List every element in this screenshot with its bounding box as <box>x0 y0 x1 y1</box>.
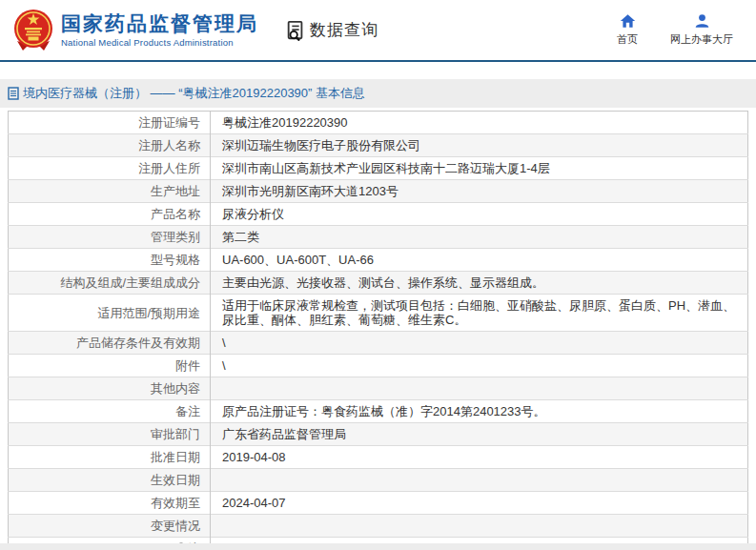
field-value: \ <box>211 355 748 377</box>
table-row: 型号规格 UA-600、UA-600T、UA-66 <box>9 249 748 272</box>
field-label: 型号规格 <box>9 249 211 272</box>
field-value: \ <box>211 332 748 355</box>
page-header: 国家药品监督管理局 National Medical Products Admi… <box>0 0 756 60</box>
table-row: 其他内容 <box>9 377 748 400</box>
table-row: 管理类别 第二类 <box>9 226 748 249</box>
field-label: 管理类别 <box>9 226 211 249</box>
table-row: 附件 \ <box>9 355 748 377</box>
breadcrumb: 境内医疗器械（注册） —— “粤械注准20192220390” 基本信息 <box>23 85 365 102</box>
field-label: 备注 <box>9 400 211 423</box>
field-label: 产品储存条件及有效期 <box>9 332 211 355</box>
table-row: 结构及组成/主要组成成分 主要由光源、光接收器、测试台、操作系统、显示器组成。 <box>9 272 748 295</box>
table-row: 适用范围/预期用途 适用于临床尿液常规检查，测试项目包括：白细胞、亚硝酸盐、尿胆… <box>9 295 748 332</box>
table-row: 注册证编号 粤械注准20192220390 <box>9 112 748 134</box>
table-row: 生产地址 深圳市光明新区南环大道1203号 <box>9 180 748 203</box>
home-icon <box>620 13 636 29</box>
field-label: 变更情况 <box>9 515 211 538</box>
table-row: 注册人住所 深圳市南山区高新技术产业园区科技南十二路迈瑞大厦1-4层 <box>9 157 748 180</box>
nav-label-home: 首页 <box>617 32 638 47</box>
field-label: 生效日期 <box>9 469 211 492</box>
field-label: 注册人名称 <box>9 134 211 157</box>
table-row: 变更情况 <box>9 515 748 538</box>
footer-strip <box>0 543 756 550</box>
user-icon <box>694 13 710 29</box>
header-gap <box>0 62 756 79</box>
field-value <box>211 377 748 400</box>
field-value: 粤械注准20192220390 <box>211 112 748 134</box>
national-emblem-logo <box>13 9 53 52</box>
field-label: 有效期至 <box>9 492 211 515</box>
data-query-tab[interactable]: 数据查询 <box>285 19 378 41</box>
nav-item-home[interactable]: 首页 <box>617 13 638 47</box>
field-label: 批准日期 <box>9 446 211 469</box>
field-value: 第二类 <box>211 226 748 249</box>
field-value: 2024-04-07 <box>211 492 748 515</box>
field-value: 适用于临床尿液常规检查，测试项目包括：白细胞、亚硝酸盐、尿胆原、蛋白质、PH、潜… <box>211 295 748 332</box>
table-row: 注册人名称 深圳迈瑞生物医疗电子股份有限公司 <box>9 134 748 157</box>
field-label: 生产地址 <box>9 180 211 203</box>
nav-label-service-hall: 网上办事大厅 <box>670 32 733 47</box>
field-value: UA-600、UA-600T、UA-66 <box>211 249 748 272</box>
field-value: 原产品注册证号：粤食药监械（准）字2014第2401233号。 <box>211 400 748 423</box>
table-row: 备注 原产品注册证号：粤食药监械（准）字2014第2401233号。 <box>9 400 748 423</box>
field-value: 深圳市南山区高新技术产业园区科技南十二路迈瑞大厦1-4层 <box>211 157 748 180</box>
page-icon <box>8 87 19 100</box>
field-label: 产品名称 <box>9 203 211 226</box>
field-label: 附件 <box>9 355 211 377</box>
field-label: 适用范围/预期用途 <box>9 295 211 332</box>
site-title: 国家药品监督管理局 <box>61 12 258 35</box>
table-row: 产品名称 尿液分析仪 <box>9 203 748 226</box>
table-row: 有效期至 2024-04-07 <box>9 492 748 515</box>
registration-detail-table: 注册证编号 粤械注准20192220390 注册人名称 深圳迈瑞生物医疗电子股份… <box>8 111 748 550</box>
field-label: 结构及组成/主要组成成分 <box>9 272 211 295</box>
breadcrumb-bar: 境内医疗器械（注册） —— “粤械注准20192220390” 基本信息 <box>0 79 756 108</box>
field-label: 注册证编号 <box>9 112 211 134</box>
field-value <box>211 515 748 538</box>
field-value: 尿液分析仪 <box>211 203 748 226</box>
site-subtitle: National Medical Products Administration <box>61 37 258 48</box>
field-label: 注册人住所 <box>9 157 211 180</box>
document-search-icon <box>285 20 306 41</box>
field-label: 审批部门 <box>9 423 211 446</box>
data-query-label: 数据查询 <box>310 19 378 41</box>
table-row: 生效日期 <box>9 469 748 492</box>
nav-item-service-hall[interactable]: 网上办事大厅 <box>670 13 733 47</box>
field-value: 广东省药品监督管理局 <box>211 423 748 446</box>
table-row: 批准日期 2019-04-08 <box>9 446 748 469</box>
field-value: 主要由光源、光接收器、测试台、操作系统、显示器组成。 <box>211 272 748 295</box>
field-value: 深圳迈瑞生物医疗电子股份有限公司 <box>211 134 748 157</box>
table-row: 审批部门 广东省药品监督管理局 <box>9 423 748 446</box>
field-value <box>211 469 748 492</box>
field-label: 其他内容 <box>9 377 211 400</box>
top-nav: 首页 网上办事大厅 <box>617 13 733 47</box>
field-value: 2019-04-08 <box>211 446 748 469</box>
table-row: 产品储存条件及有效期 \ <box>9 332 748 355</box>
brand-block: 国家药品监督管理局 National Medical Products Admi… <box>61 12 258 48</box>
field-value: 深圳市光明新区南环大道1203号 <box>211 180 748 203</box>
